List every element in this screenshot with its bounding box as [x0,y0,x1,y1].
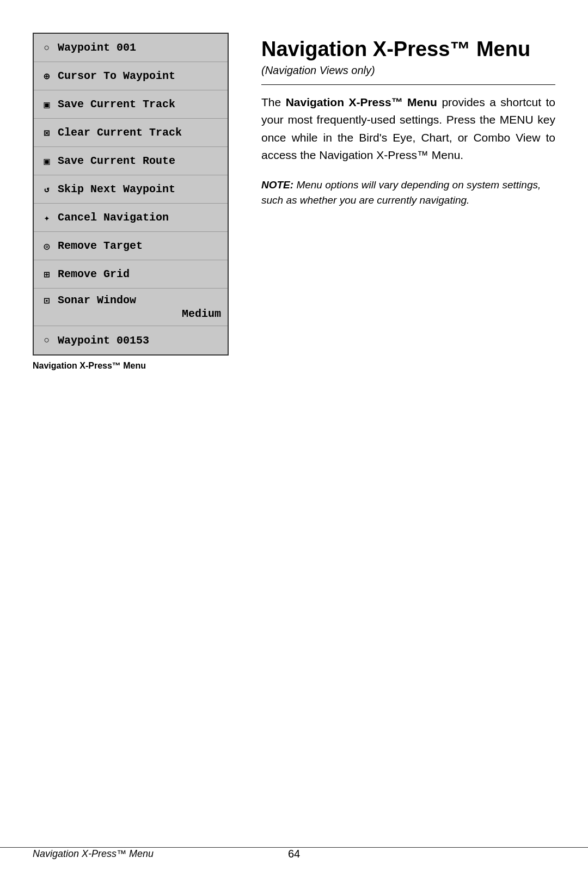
menu-item-remove-grid[interactable]: ⊞ Remove Grid [34,260,228,289]
menu-item-clear-track[interactable]: ⊠ Clear Current Track [34,119,228,147]
clear-track-icon: ⊠ [40,127,53,139]
menu-item-label: Remove Grid [58,268,130,280]
waypoint2-icon: ○ [40,335,53,346]
cancel-icon: ✦ [40,212,53,224]
body-paragraph: The Navigation X-Press™ Menu provides a … [261,94,555,164]
footer-page-number: 64 [207,848,381,860]
bold-title: Navigation X-Press™ Menu [286,96,437,108]
note-label: NOTE: [261,179,293,191]
menu-item-waypoint00153[interactable]: ○ Waypoint 00153 [34,326,228,354]
menu-item-label: Waypoint 001 [58,41,136,54]
skip-icon: ↺ [40,184,53,195]
menu-item-skip-waypoint[interactable]: ↺ Skip Next Waypoint [34,175,228,204]
menu-item-save-route[interactable]: ▣ Save Current Route [34,147,228,175]
menu-item-label: Save Current Route [58,155,175,167]
save-track-icon: ▣ [40,99,53,111]
grid-icon: ⊞ [40,268,53,280]
menu-item-cancel-nav[interactable]: ✦ Cancel Navigation [34,204,228,232]
page-title: Navigation X-Press™ Menu [261,38,555,61]
menu-box: ○ Waypoint 001 ⊕ Cursor To Waypoint ▣ Sa… [33,33,229,356]
save-route-icon: ▣ [40,155,53,167]
note-body: Menu options will vary depending on syst… [261,179,541,206]
sonar-label: Sonar Window [58,294,136,307]
menu-item-save-track[interactable]: ▣ Save Current Track [34,90,228,119]
menu-item-label: Waypoint 00153 [58,334,149,347]
menu-item-label: Skip Next Waypoint [58,183,175,195]
sonar-top: ⊡ Sonar Window [34,289,228,308]
page-footer: Navigation X-Press™ Menu 64 [0,847,588,860]
footer-left-text: Navigation X-Press™ Menu [33,848,207,860]
menu-item-label: Save Current Track [58,98,175,111]
menu-item-label: Clear Current Track [58,126,182,139]
sonar-icon: ⊡ [40,295,53,307]
note-paragraph: NOTE: Menu options will vary depending o… [261,177,555,209]
sonar-subvalue: Medium [34,308,228,326]
cursor-icon: ⊕ [40,70,53,82]
right-column: Navigation X-Press™ Menu (Navigation Vie… [261,33,555,209]
section-subtitle: (Navigation Views only) [261,64,555,77]
menu-item-waypoint001[interactable]: ○ Waypoint 001 [34,34,228,62]
menu-caption: Navigation X-Press™ Menu [33,361,146,371]
left-column: ○ Waypoint 001 ⊕ Cursor To Waypoint ▣ Sa… [33,33,240,371]
menu-item-cursor-to-waypoint[interactable]: ⊕ Cursor To Waypoint [34,62,228,90]
target-icon: ◎ [40,240,53,252]
waypoint-icon: ○ [40,42,53,53]
menu-item-label: Cursor To Waypoint [58,70,175,82]
title-divider [261,84,555,85]
menu-item-label: Cancel Navigation [58,211,169,224]
menu-item-label: Remove Target [58,240,143,252]
menu-item-sonar[interactable]: ⊡ Sonar Window Medium [34,289,228,326]
page-content: ○ Waypoint 001 ⊕ Cursor To Waypoint ▣ Sa… [0,0,588,414]
menu-item-remove-target[interactable]: ◎ Remove Target [34,232,228,260]
